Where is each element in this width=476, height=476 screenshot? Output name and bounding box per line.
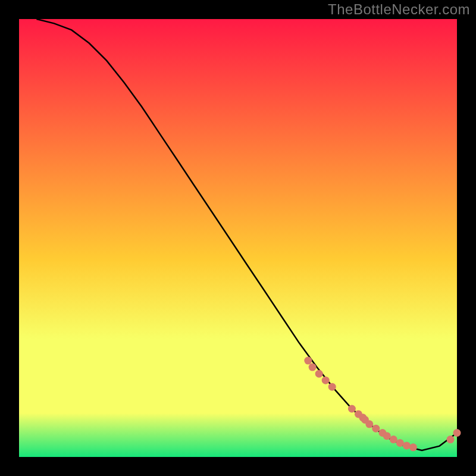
chart-stage: TheBottleNecker.com	[0, 0, 476, 476]
marker-dot	[304, 357, 312, 365]
watermark-text: TheBottleNecker.com	[328, 1, 470, 18]
marker-dot	[365, 420, 373, 428]
marker-dot	[309, 364, 317, 371]
marker-dot	[383, 432, 391, 440]
marker-dot	[322, 377, 330, 384]
marker-dot	[453, 429, 461, 437]
marker-dot	[348, 405, 356, 413]
marker-dot	[403, 441, 411, 449]
marker-dot	[328, 383, 336, 391]
marker-dot	[390, 436, 397, 443]
plot-area	[19, 19, 457, 457]
marker-dot	[315, 370, 323, 378]
marker-dot	[409, 443, 417, 451]
bottleneck-chart	[0, 0, 476, 476]
marker-dot	[447, 436, 455, 443]
marker-dot	[372, 425, 380, 433]
marker-dot	[396, 439, 404, 447]
